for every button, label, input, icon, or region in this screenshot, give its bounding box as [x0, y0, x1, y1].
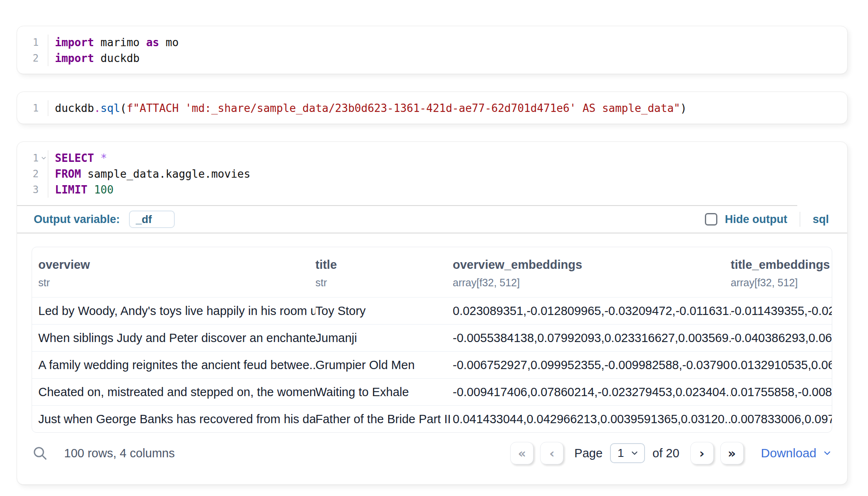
code-token: ) — [680, 102, 687, 114]
chevron-down-icon — [630, 449, 639, 458]
string-token: f"ATTACH 'md:_share/sample_data/23b0d623… — [126, 102, 680, 114]
code-token — [87, 184, 94, 196]
cell-overview: A family wedding reignites the ancient f… — [38, 358, 315, 372]
cell-overview-embeddings: 0.041433044,0.042966213,0.0039591365,0.0… — [453, 412, 731, 426]
cell-overview: Cheated on, mistreated and stepped on, t… — [38, 385, 315, 399]
download-button[interactable]: Download — [761, 446, 832, 460]
keyword-token: import — [55, 36, 94, 49]
line-number: 1 — [17, 35, 48, 50]
code-line[interactable]: FROM sample_data.kaggle.movies — [55, 166, 847, 182]
line-number-gutter: 1 — [17, 100, 48, 116]
cell-overview-embeddings: 0.023089351,-0.012809965,-0.03209472,-0.… — [453, 304, 731, 318]
row-count-summary: 100 rows, 4 columns — [64, 446, 175, 460]
code-cell-imports: 1 2 import marimo as mo import duckdb — [17, 26, 848, 74]
code-line[interactable]: import duckdb — [55, 50, 847, 66]
cell-overview: When siblings Judy and Peter discover an… — [38, 331, 315, 345]
keyword-token: FROM — [55, 168, 81, 180]
chevron-down-icon — [822, 448, 832, 458]
page-label: Page — [574, 446, 603, 460]
line-number: 1 — [17, 100, 48, 116]
column-header-title-embeddings[interactable]: title_embeddings array[f32, 512] — [731, 258, 832, 289]
code-token: mo — [159, 36, 179, 49]
page-select[interactable]: 1 — [610, 443, 645, 463]
line-number: 3 — [17, 182, 48, 198]
line-number-gutter: 1 2 3 — [17, 150, 48, 198]
table-row[interactable]: Cheated on, mistreated and stepped on, t… — [32, 378, 832, 405]
cell-overview-embeddings: -0.0055384138,0.07992093,0.023316627,0.0… — [453, 331, 731, 345]
code-cell-attach: 1 duckdb.sql(f"ATTACH 'md:_share/sample_… — [17, 92, 848, 124]
cell-overview: Led by Woody, Andy's toys live happily i… — [38, 304, 315, 318]
function-token: sql — [101, 102, 120, 114]
hide-output-toggle[interactable]: Hide output — [705, 213, 787, 226]
search-icon[interactable] — [32, 445, 48, 461]
code-token: ( — [120, 102, 127, 114]
notebook-page: 1 2 import marimo as mo import duckdb 1 … — [0, 0, 868, 485]
code-editor-sql[interactable]: 1 2 3 SELECT * FROM sample_data.kaggle.m… — [17, 142, 847, 205]
divider — [800, 212, 800, 227]
cell-title-embeddings: -0.011439355,-0.02752 — [731, 304, 832, 318]
column-header-title[interactable]: title str — [315, 258, 453, 289]
cell-overview-embeddings: -0.006752927,0.099952355,-0.009982588,-0… — [453, 358, 731, 372]
code-line[interactable]: LIMIT 100 — [55, 182, 847, 198]
cell-overview-embeddings: -0.009417406,0.07860214,-0.023279453,0.0… — [453, 385, 731, 399]
cell-title-embeddings: 0.0132910535,0.06958 — [731, 358, 832, 372]
chevron-down-icon[interactable] — [40, 155, 47, 161]
code-line[interactable]: duckdb.sql(f"ATTACH 'md:_share/sample_da… — [55, 100, 847, 116]
table-row[interactable]: A family wedding reignites the ancient f… — [32, 351, 832, 378]
code-token — [94, 152, 101, 164]
pagination: « ‹ Page 1 of 20 › » Download — [510, 442, 832, 464]
line-number: 2 — [17, 50, 48, 66]
keyword-token: import — [55, 52, 94, 64]
cell-title: Toy Story — [315, 304, 453, 318]
code-token: duckdb — [94, 52, 140, 64]
line-number: 1 — [17, 150, 48, 166]
last-page-button[interactable]: » — [720, 442, 744, 464]
language-badge: sql — [813, 213, 829, 226]
hide-output-label: Hide output — [725, 213, 787, 226]
table-footer: 100 rows, 4 columns « ‹ Page 1 of 20 › »… — [32, 442, 832, 484]
cell-title-embeddings: 0.007833006,0.097801 — [731, 412, 832, 426]
cell-overview: Just when George Banks has recovered fro… — [38, 412, 315, 426]
table-header-row: overview str title str overview_embeddin… — [32, 247, 832, 297]
previous-page-button[interactable]: ‹ — [540, 442, 563, 464]
next-page-button[interactable]: › — [690, 442, 714, 464]
column-header-overview[interactable]: overview str — [38, 258, 315, 289]
page-count-label: of 20 — [652, 446, 680, 460]
sql-cell: 1 2 3 SELECT * FROM sample_data.kaggle.m… — [17, 141, 848, 485]
keyword-token: SELECT — [55, 152, 94, 164]
cell-title: Jumanji — [315, 331, 453, 345]
line-number: 2 — [17, 166, 48, 182]
code-token: sample_data.kaggle.movies — [81, 168, 250, 180]
code-editor-imports[interactable]: 1 2 import marimo as mo import duckdb — [17, 26, 847, 74]
output-variable-input[interactable] — [129, 211, 175, 228]
code-token: . — [94, 102, 101, 114]
table-row[interactable]: When siblings Judy and Peter discover an… — [32, 324, 832, 351]
output-variable-label: Output variable: — [34, 213, 120, 226]
keyword-token: LIMIT — [55, 184, 87, 196]
cell-title-embeddings: -0.040386293,0.06845 — [731, 331, 832, 345]
code-line[interactable]: import marimo as mo — [55, 35, 847, 50]
cell-title: Grumpier Old Men — [315, 358, 453, 372]
code-token: * — [101, 152, 107, 164]
code-line[interactable]: SELECT * — [55, 150, 847, 166]
table-row[interactable]: Led by Woody, Andy's toys live happily i… — [32, 297, 832, 324]
cell-title: Father of the Bride Part II — [315, 412, 453, 426]
code-editor-attach[interactable]: 1 duckdb.sql(f"ATTACH 'md:_share/sample_… — [17, 92, 847, 124]
cell-title: Waiting to Exhale — [315, 385, 453, 399]
number-token: 100 — [94, 184, 114, 196]
result-table: overview str title str overview_embeddin… — [32, 247, 832, 433]
output-variable-bar: Output variable: Hide output sql — [17, 206, 847, 233]
code-token: duckdb — [55, 102, 94, 114]
keyword-token: as — [146, 36, 159, 49]
code-token: marimo — [94, 36, 146, 49]
first-page-button[interactable]: « — [510, 442, 533, 464]
hide-output-checkbox[interactable] — [705, 213, 717, 226]
table-row[interactable]: Just when George Banks has recovered fro… — [32, 405, 832, 432]
cell-title-embeddings: 0.01755858,-0.0086286 — [731, 385, 832, 399]
line-number-gutter: 1 2 — [17, 35, 48, 66]
column-header-overview-embeddings[interactable]: overview_embeddings array[f32, 512] — [453, 258, 731, 289]
